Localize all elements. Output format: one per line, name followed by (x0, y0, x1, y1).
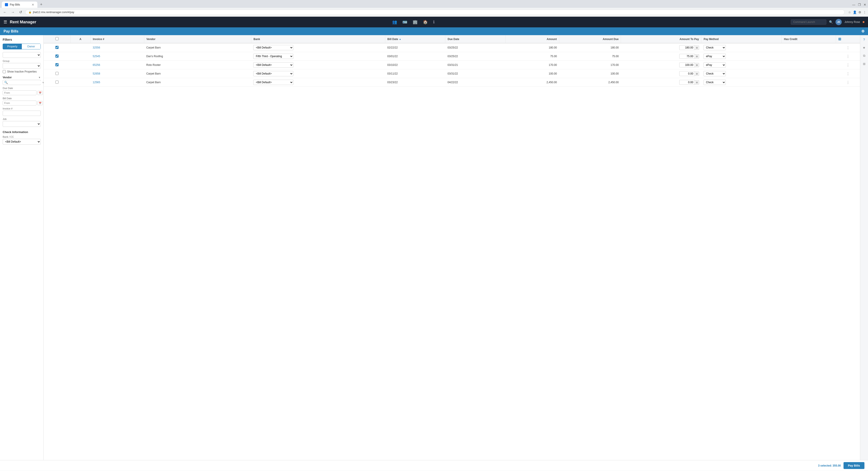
hamburger-menu-icon[interactable]: ☰ (4, 20, 7, 25)
tab-property[interactable]: Property (3, 44, 22, 49)
select-all-checkbox[interactable] (55, 37, 59, 40)
tab-owner[interactable]: Owner (22, 44, 41, 49)
forward-button[interactable]: → (10, 9, 16, 15)
bank-cell[interactable]: <Bill Default>Fifth Third - OperatingCha… (251, 69, 385, 78)
row-pay-checkbox[interactable] (55, 81, 59, 84)
calculator-button[interactable]: ⊞ (695, 54, 699, 59)
pay-method-select[interactable]: CheckePayACHWire (704, 71, 726, 76)
calculator-button[interactable]: ⊞ (695, 63, 699, 67)
vendor-dropdown-arrow[interactable]: ▼ (42, 81, 43, 84)
bill-date-from-calendar-button[interactable]: 📅 (37, 101, 43, 105)
profile-icon[interactable]: 👤 (853, 10, 857, 14)
amount-to-pay-cell[interactable]: ⊞ (621, 78, 701, 87)
show-inactive-checkbox-wrapper[interactable]: Show Inactive Properties (3, 70, 41, 73)
pay-method-cell[interactable]: CheckePayACHWire (701, 61, 782, 69)
extensions-icon[interactable]: ⚙ (859, 10, 861, 14)
amount-to-pay-input[interactable] (679, 63, 695, 67)
bank-cell[interactable]: <Bill Default>Fifth Third - OperatingCha… (251, 43, 385, 52)
row-actions-cell[interactable]: ⋮ (836, 69, 860, 78)
pay-bills-button[interactable]: Pay Bills (843, 462, 864, 469)
grid-view-icon[interactable]: ⊞ (862, 61, 866, 66)
pay-method-select[interactable]: CheckePayACHWire (704, 62, 726, 68)
due-date-from-input[interactable] (3, 90, 36, 95)
command-launch-input[interactable] (791, 19, 826, 25)
pay-method-cell[interactable]: CheckePayACHWire (701, 52, 782, 61)
amount-to-pay-input[interactable] (679, 80, 695, 85)
column-settings-icon[interactable]: ⊞ (838, 37, 841, 41)
tab-close-button[interactable]: ✕ (32, 3, 34, 6)
close-window-icon[interactable]: ✕ (864, 3, 866, 6)
reload-button[interactable]: ↺ (18, 9, 23, 15)
minimize-icon[interactable]: — (852, 3, 855, 6)
pay-method-cell[interactable]: CheckePayACHWire (701, 43, 782, 52)
property-select[interactable] (3, 52, 41, 58)
info-icon[interactable]: ℹ (433, 20, 435, 25)
building-icon[interactable]: 🏢 (413, 20, 417, 25)
pay-checkbox-cell[interactable] (43, 43, 70, 52)
amount-to-pay-input[interactable] (679, 54, 695, 59)
active-tab[interactable]: Pay Bills ✕ (2, 2, 37, 8)
bank-cc-select[interactable]: <Bill Default>Fifth Third - OperatingCha… (3, 139, 41, 145)
pay-method-cell[interactable]: CheckePayACHWire (701, 69, 782, 78)
row-actions-cell[interactable]: ⋮ (836, 78, 860, 87)
vendor-filter-toggle[interactable]: ▼ (38, 76, 41, 79)
vendor-search-box[interactable]: 🔍 ▼ (3, 80, 41, 85)
amount-to-pay-cell[interactable]: ⊞ (621, 61, 701, 69)
col-header-vendor[interactable]: Vendor (144, 35, 251, 43)
vendor-search-input[interactable] (9, 81, 42, 84)
due-date-from-calendar-button[interactable]: 📅 (37, 91, 43, 95)
bank-cell[interactable]: <Bill Default>Fifth Third - OperatingCha… (251, 61, 385, 69)
back-button[interactable]: ← (2, 9, 8, 15)
col-header-pay[interactable] (43, 35, 70, 43)
row-pay-checkbox[interactable] (55, 55, 59, 58)
settings-icon[interactable]: ⚙ (861, 29, 864, 33)
bank-select[interactable]: <Bill Default>Fifth Third - OperatingCha… (253, 62, 293, 68)
amount-to-pay-cell[interactable]: ⊞ (621, 69, 701, 78)
topbar-search-icon[interactable]: 🔍 (829, 20, 833, 24)
row-pay-checkbox[interactable] (55, 72, 59, 75)
row-pay-checkbox[interactable] (55, 63, 59, 66)
col-header-bank[interactable]: Bank (251, 35, 385, 43)
calculator-button[interactable]: ⊞ (695, 72, 699, 76)
invoice-input[interactable] (3, 111, 41, 116)
menu-icon[interactable]: ⋮ (863, 10, 866, 14)
pay-method-select[interactable]: CheckePayACHWire (704, 54, 726, 59)
row-actions-cell[interactable]: ⋮ (836, 61, 860, 69)
people-icon[interactable]: 👥 (392, 20, 397, 25)
col-header-amount[interactable]: Amount (506, 35, 559, 43)
pay-checkbox-cell[interactable] (43, 78, 70, 87)
pay-method-select[interactable]: CheckePayACHWire (704, 45, 726, 50)
bank-select[interactable]: <Bill Default>Fifth Third - OperatingCha… (253, 71, 293, 76)
bank-select[interactable]: <Bill Default>Fifth Third - OperatingCha… (253, 80, 293, 85)
col-header-bill-date[interactable]: Bill Date ▲ (385, 35, 445, 43)
home-icon[interactable]: 🏠 (423, 20, 428, 25)
calculator-button[interactable]: ⊞ (695, 45, 699, 50)
pay-method-cell[interactable]: CheckePayACHWire (701, 78, 782, 87)
pay-method-select[interactable]: CheckePayACHWire (704, 80, 726, 85)
calculator-button[interactable]: ⊞ (695, 80, 699, 85)
bank-cell[interactable]: <Bill Default>Fifth Third - OperatingCha… (251, 78, 385, 87)
url-bar[interactable]: 🔒 jhat12.rmx.rentmanager.com/#/pay (25, 9, 845, 15)
bank-select[interactable]: <Bill Default>Fifth Third - OperatingCha… (253, 54, 293, 59)
amount-to-pay-input[interactable] (679, 71, 695, 76)
col-header-amount-due[interactable]: Amount Due (559, 35, 621, 43)
pay-checkbox-cell[interactable] (43, 61, 70, 69)
person-badge-icon[interactable]: 🪪 (402, 20, 407, 25)
group-select[interactable] (3, 63, 41, 69)
amount-to-pay-input[interactable] (679, 45, 695, 50)
col-header-pay-method[interactable]: Pay Method (701, 35, 782, 43)
user-avatar[interactable]: JR (836, 19, 842, 25)
amount-to-pay-cell[interactable]: ⊞ (621, 43, 701, 52)
col-header-due-date[interactable]: Due Date (445, 35, 506, 43)
bank-cell[interactable]: <Bill Default>Fifth Third - OperatingCha… (251, 52, 385, 61)
favorite-icon[interactable]: ★ (862, 45, 866, 50)
col-header-amount-to-pay[interactable]: Amount To Pay (621, 35, 701, 43)
amount-to-pay-cell[interactable]: ⊞ (621, 52, 701, 61)
bank-select[interactable]: <Bill Default>Fifth Third - OperatingCha… (253, 45, 293, 50)
help-icon[interactable]: ? (862, 37, 866, 42)
row-actions-cell[interactable]: ⋮ (836, 43, 860, 52)
new-tab-button[interactable]: + (38, 1, 44, 8)
show-inactive-checkbox[interactable] (3, 70, 6, 73)
pay-checkbox-cell[interactable] (43, 69, 70, 78)
row-pay-checkbox[interactable] (55, 46, 59, 49)
